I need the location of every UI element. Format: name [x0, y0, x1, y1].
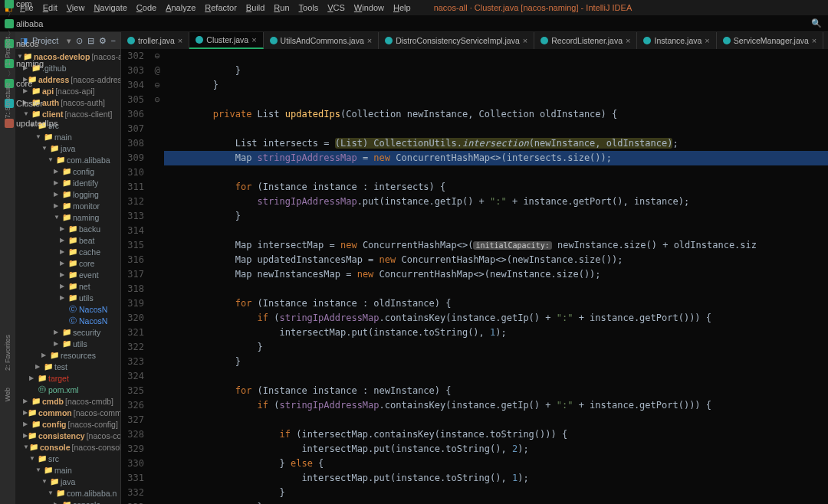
menu-help[interactable]: Help: [389, 3, 416, 12]
search-icon[interactable]: 🔍: [811, 18, 822, 28]
tab-Cluster.java[interactable]: Cluster.java×: [189, 32, 263, 49]
tree-java[interactable]: ▼📁java: [15, 142, 120, 154]
tree-target[interactable]: ▶📁target: [15, 372, 120, 384]
close-icon[interactable]: ×: [523, 36, 527, 45]
tree-logging[interactable]: ▶📁logging: [15, 188, 120, 200]
line-gutter: 3023033043053063073083093103113123133143…: [121, 49, 150, 504]
tree-common[interactable]: ▶📁common[nacos-common: [15, 407, 120, 418]
tree-core[interactable]: ▶📁core: [15, 257, 120, 269]
code-editor[interactable]: 3023033043053063073083093103113123133143…: [121, 49, 828, 504]
menu-run[interactable]: Run: [269, 3, 294, 12]
tree-java[interactable]: ▼📁java: [15, 476, 120, 487]
tab-troller.java[interactable]: troller.java×: [121, 32, 189, 49]
tree-com.alibaba[interactable]: ▼📁com.alibaba: [15, 154, 120, 165]
tree-src[interactable]: ▼📁src: [15, 453, 120, 464]
tree-main[interactable]: ▼📁main: [15, 464, 120, 476]
menu-refactor[interactable]: Refactor: [200, 3, 242, 12]
tree-NacosN[interactable]: ⒸNacosN: [15, 303, 120, 315]
tree-test[interactable]: ▶📁test: [15, 361, 120, 372]
tab-DistroConsistencyServiceImpl.java[interactable]: DistroConsistencyServiceImpl.java×: [379, 32, 534, 49]
tree-identify[interactable]: ▶📁identify: [15, 177, 120, 188]
close-icon[interactable]: ×: [251, 35, 256, 44]
tree-config[interactable]: ▶📁config[nacos-config]: [15, 418, 120, 430]
menu-code[interactable]: Code: [132, 3, 161, 12]
crumb-alibaba[interactable]: alibaba: [5, 19, 69, 28]
hide-icon[interactable]: −: [111, 36, 116, 45]
tab-ServiceManager.java[interactable]: ServiceManager.java×: [717, 32, 824, 49]
main-menu-bar: ◧ FileEditViewNavigateCodeAnalyzeRefacto…: [0, 0, 828, 15]
tree-console[interactable]: ▶📁console: [15, 499, 120, 504]
tree-cache[interactable]: ▶📁cache: [15, 246, 120, 257]
tab-Instance.java[interactable]: Instance.java×: [637, 32, 716, 49]
tool-project[interactable]: 1: Project: [4, 37, 12, 66]
editor-area: troller.java×Cluster.java×UtilsAndCommon…: [121, 32, 828, 504]
tree-console[interactable]: ▼📁console[nacos-console: [15, 441, 120, 453]
tool-web[interactable]: Web: [4, 388, 12, 401]
menu-analyze[interactable]: Analyze: [161, 3, 200, 12]
tree-config[interactable]: ▶📁config: [15, 165, 120, 177]
tool-structure[interactable]: 7: Structure: [4, 83, 12, 119]
tool-favorites[interactable]: 2: Favorites: [4, 335, 12, 371]
close-icon[interactable]: ×: [626, 36, 630, 45]
breadcrumbs-bar: nacos-naming〉src〉main〉java〉com〉alibaba〉n…: [0, 15, 828, 32]
crumb-Cluster[interactable]: Cluster: [5, 99, 69, 108]
tree-utils[interactable]: ▶📁utils: [15, 338, 120, 349]
close-icon[interactable]: ×: [812, 36, 816, 45]
tree-cmdb[interactable]: ▶📁cmdb[nacos-cmdb]: [15, 395, 120, 407]
collapse-icon[interactable]: ⊟: [87, 36, 94, 46]
tree-consistency[interactable]: ▶📁consistency[nacos-consis: [15, 430, 120, 441]
gear-icon[interactable]: ⚙: [99, 36, 107, 46]
tab-RecordListener.java[interactable]: RecordListener.java×: [534, 32, 637, 49]
tree-backu[interactable]: ▶📁backu: [15, 223, 120, 234]
fold-gutter: ⊖@⊖⊖: [150, 49, 164, 504]
crumb-naming[interactable]: naming: [5, 59, 69, 68]
close-icon[interactable]: ×: [367, 36, 372, 45]
tree-resources[interactable]: ▶📁resources: [15, 349, 120, 361]
settings-icon[interactable]: ⊙: [76, 36, 83, 46]
tree-NacosN[interactable]: ⒸNacosN: [15, 315, 120, 326]
tree-event[interactable]: ▶📁event: [15, 269, 120, 280]
source-code[interactable]: } } private List updatedIps(Collection n…: [164, 49, 828, 504]
tree-naming[interactable]: ▼📁naming: [15, 211, 120, 223]
tab-UtilsAndCommons.java[interactable]: UtilsAndCommons.java×: [264, 32, 380, 49]
menu-build[interactable]: Build: [242, 3, 269, 12]
close-icon[interactable]: ×: [705, 36, 709, 45]
menu-navigate[interactable]: Navigate: [89, 3, 131, 12]
crumb-nacos[interactable]: nacos: [5, 39, 69, 48]
tree-pom.xml[interactable]: ⓜpom.xml: [15, 384, 120, 395]
tree-security[interactable]: ▶📁security: [15, 326, 120, 338]
tree-monitor[interactable]: ▶📁monitor: [15, 200, 120, 211]
tree-main[interactable]: ▼📁main: [15, 131, 120, 142]
crumb-core[interactable]: core: [5, 79, 69, 88]
tree-com.alibaba.n[interactable]: ▼📁com.alibaba.n: [15, 487, 120, 499]
tree-beat[interactable]: ▶📁beat: [15, 234, 120, 246]
tree-utils[interactable]: ▶📁utils: [15, 292, 120, 303]
tree-net[interactable]: ▶📁net: [15, 280, 120, 292]
tab-DelegateConsistencyServiceImpl.java[interactable]: DelegateConsistencyServiceImpl.java×: [823, 32, 828, 49]
crumb-updatedIps[interactable]: updatedIps: [5, 119, 69, 128]
menu-window[interactable]: Window: [350, 3, 389, 12]
editor-tabs: troller.java×Cluster.java×UtilsAndCommon…: [121, 32, 828, 49]
crumb-com[interactable]: com: [5, 0, 69, 8]
menu-vcs[interactable]: VCS: [323, 3, 350, 12]
close-icon[interactable]: ×: [178, 36, 182, 45]
menu-tools[interactable]: Tools: [294, 3, 324, 12]
window-title: nacos-all · Cluster.java [nacos-naming] …: [434, 3, 632, 12]
